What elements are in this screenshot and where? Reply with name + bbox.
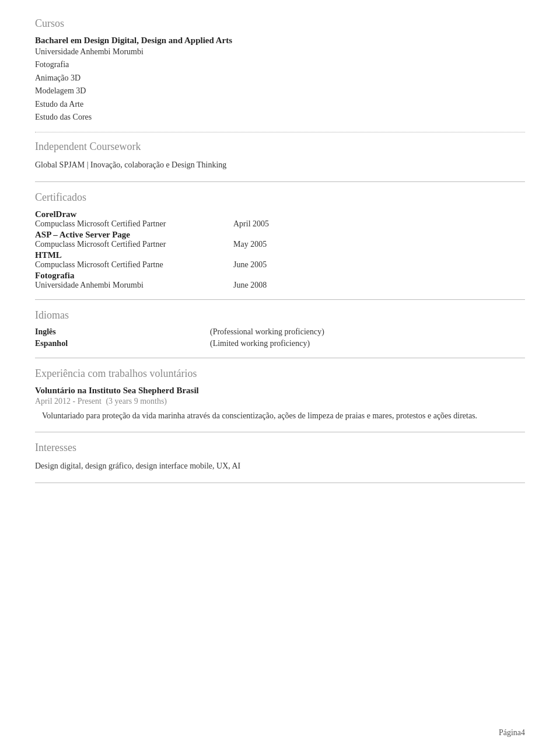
cert-label-3: Compuclass Microsoft Certified Partne — [35, 260, 222, 270]
cert-date-4: June 2008 — [233, 281, 267, 290]
subject-animacao: Animação 3D — [35, 72, 525, 85]
cert-date-1: April 2005 — [233, 219, 269, 229]
subject-modelagem: Modelagem 3D — [35, 85, 525, 97]
cert-fotografia-name: Fotografia — [35, 271, 525, 281]
language-row-espanhol: Espanhol (Limited working proficiency) — [35, 339, 525, 348]
language-row-ingles: Inglês (Professional working proficiency… — [35, 327, 525, 337]
degree-title: Bacharel em Design Digital, Design and A… — [35, 36, 525, 46]
language-espanhol-level: (Limited working proficiency) — [210, 339, 310, 348]
certificados-title: Certificados — [35, 191, 525, 204]
cert-date-2: May 2005 — [233, 240, 267, 249]
volunteer-period: April 2012 - Present (3 years 9 months) — [35, 397, 525, 406]
volunteer-role: Voluntário na Instituto Sea Shepherd Bra… — [35, 386, 525, 396]
cursos-section: Cursos Bacharel em Design Digital, Desig… — [35, 18, 525, 124]
interesses-section: Interesses Design digital, design gráfic… — [35, 442, 525, 473]
independent-coursework-title: Independent Coursework — [35, 141, 525, 153]
idiomas-section: Idiomas Inglês (Professional working pro… — [35, 309, 525, 348]
solid-divider-1 — [35, 181, 525, 182]
idiomas-title: Idiomas — [35, 309, 525, 321]
cert-html-name: HTML — [35, 250, 525, 260]
solid-divider-3 — [35, 358, 525, 358]
volunteer-description: Voluntariado para proteção da vida marin… — [35, 410, 525, 422]
coursework-course: Global SPJAM | Inovação, colaboração e D… — [35, 159, 525, 172]
volunteer-period-text: April 2012 - Present — [35, 397, 102, 406]
subject-cores: Estudo das Cores — [35, 111, 525, 124]
cert-date-3: June 2005 — [233, 260, 267, 270]
language-ingles-level: (Professional working proficiency) — [210, 327, 324, 337]
cert-row-4: Universidade Anhembi Morumbi June 2008 — [35, 281, 525, 290]
interesses-title: Interesses — [35, 442, 525, 454]
cert-label-2: Compuclass Microsoft Certified Partner — [35, 240, 222, 249]
cert-coreldraw-name: CorelDraw — [35, 209, 525, 219]
cursos-title: Cursos — [35, 18, 525, 30]
cert-label-4: Universidade Anhembi Morumbi — [35, 281, 222, 290]
cert-label-1: Compuclass Microsoft Certified Partner — [35, 219, 222, 229]
voluntarios-section: Experiência com trabalhos voluntários Vo… — [35, 368, 525, 422]
solid-divider-2 — [35, 299, 525, 300]
subject-fotografia: Fotografia — [35, 58, 525, 71]
solid-divider-4 — [35, 432, 525, 432]
language-espanhol: Espanhol — [35, 339, 210, 348]
solid-divider-5 — [35, 483, 525, 483]
independent-coursework-section: Independent Coursework Global SPJAM | In… — [35, 141, 525, 172]
dotted-divider-1 — [35, 132, 525, 132]
volunteer-duration: (3 years 9 months) — [106, 397, 167, 406]
page-number: Página4 — [499, 728, 525, 737]
voluntarios-title: Experiência com trabalhos voluntários — [35, 368, 525, 380]
cert-row-1: Compuclass Microsoft Certified Partner A… — [35, 219, 525, 229]
cert-asp-name: ASP – Active Server Page — [35, 230, 525, 240]
cert-row-2: Compuclass Microsoft Certified Partner M… — [35, 240, 525, 249]
subject-arte: Estudo da Arte — [35, 98, 525, 111]
cert-row-3: Compuclass Microsoft Certified Partne Ju… — [35, 260, 525, 270]
interesses-content: Design digital, design gráfico, design i… — [35, 460, 525, 473]
certificados-section: Certificados CorelDraw Compuclass Micros… — [35, 191, 525, 290]
language-ingles: Inglês — [35, 327, 210, 337]
university-name: Universidade Anhembi Morumbi — [35, 46, 525, 58]
